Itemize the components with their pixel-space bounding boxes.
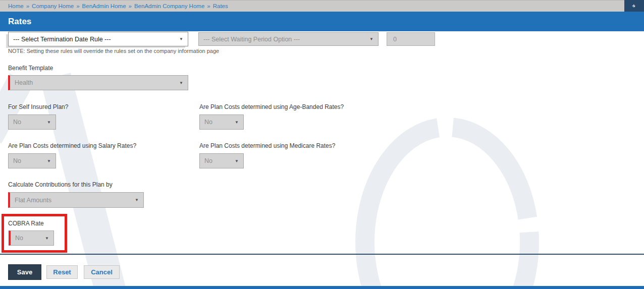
benefit-template-value: Health [15, 79, 176, 86]
dropdown-arrow-icon: ▼ [369, 37, 373, 41]
breadcrumb-link-home[interactable]: Home [8, 3, 24, 9]
contributions-by-value: Flat Amounts [15, 197, 132, 204]
self-insured-label: For Self Insured Plan? [8, 103, 68, 110]
waiting-period-option-value: --- Select Waiting Period Option --- [203, 36, 366, 43]
age-banded-rates-select[interactable]: No ▼ [199, 114, 244, 130]
page-header: Rates [0, 12, 644, 31]
breadcrumb-separator: » [207, 3, 210, 9]
save-button[interactable]: Save [8, 264, 41, 280]
contributions-by-select[interactable]: Flat Amounts ▼ [8, 192, 144, 208]
breadcrumb-separator: » [26, 3, 29, 9]
benefit-template-select[interactable]: Health ▼ [8, 75, 188, 90]
self-insured-value: No [13, 119, 44, 126]
dropdown-arrow-icon: ▼ [179, 81, 183, 85]
dropdown-arrow-icon: ▼ [235, 120, 239, 125]
waiting-period-days-value: 0 [393, 36, 397, 43]
bottom-accent-bar [0, 286, 644, 289]
cobra-highlight-annotation [2, 214, 67, 253]
waiting-period-days-input[interactable]: 0 [387, 32, 435, 46]
salary-rates-select[interactable]: No ▼ [8, 153, 56, 168]
medicare-rates-select[interactable]: No ▼ [199, 153, 244, 168]
termination-date-rule-select[interactable]: --- Select Termination Date Rule --- ▼ [8, 32, 188, 46]
salary-rates-label: Are Plan Costs determined using Salary R… [8, 142, 136, 149]
dropdown-arrow-icon: ▼ [235, 159, 239, 163]
double-chevron-icon: » [631, 3, 637, 9]
breadcrumb-link-company-home[interactable]: Company Home [32, 3, 74, 9]
benefit-template-label: Benefit Template [8, 65, 53, 72]
dropdown-arrow-icon: ▼ [47, 159, 51, 163]
dropdown-arrow-icon: ▼ [47, 120, 51, 125]
page-title: Rates [8, 17, 31, 27]
age-banded-rates-value: No [204, 119, 232, 126]
override-note-text: NOTE: Setting these rules will override … [8, 48, 219, 54]
breadcrumb: Home » Company Home » BenAdmin Home » Be… [0, 0, 644, 12]
collapse-corner-button[interactable]: » [624, 0, 644, 12]
medicare-rates-label: Are Plan Costs determined using Medicare… [199, 142, 335, 149]
breadcrumb-separator: » [76, 3, 79, 9]
breadcrumb-current-rates[interactable]: Rates [213, 3, 228, 9]
contributions-by-label: Calculate Contributions for this Plan by [8, 181, 113, 188]
termination-date-rule-value: --- Select Termination Date Rule --- [13, 36, 176, 43]
self-insured-select[interactable]: No ▼ [8, 114, 56, 130]
age-banded-rates-label: Are Plan Costs determined using Age-Band… [199, 103, 344, 110]
breadcrumb-link-benadmin-company-home[interactable]: BenAdmin Company Home [134, 3, 204, 9]
dropdown-arrow-icon: ▼ [179, 37, 183, 41]
cancel-button[interactable]: Cancel [84, 265, 120, 279]
waiting-period-option-select[interactable]: --- Select Waiting Period Option --- ▼ [198, 32, 379, 46]
breadcrumb-separator: » [129, 3, 132, 9]
breadcrumb-link-benadmin-home[interactable]: BenAdmin Home [82, 3, 126, 9]
medicare-rates-value: No [204, 157, 232, 164]
section-divider [0, 254, 644, 255]
dropdown-arrow-icon: ▼ [135, 198, 139, 202]
reset-button[interactable]: Reset [46, 265, 78, 279]
salary-rates-value: No [13, 157, 44, 164]
